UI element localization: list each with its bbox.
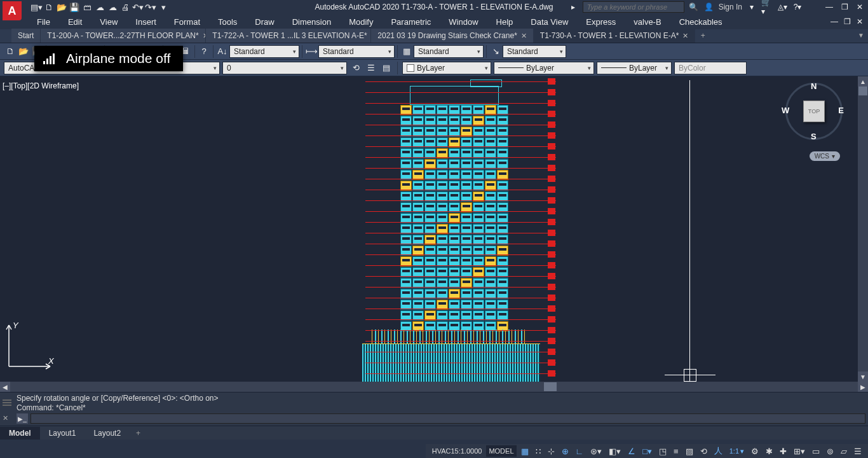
text-style-icon[interactable]: A↓ (216, 45, 229, 58)
doc-restore-icon[interactable]: ❐ (841, 16, 853, 27)
open-icon[interactable]: 📂 (17, 45, 30, 58)
scroll-up-icon[interactable]: ▲ (858, 76, 868, 87)
tab-new-icon[interactable]: + (695, 29, 710, 43)
ucs-icon[interactable]: Y X (3, 316, 60, 373)
tab-close-icon[interactable]: ✕ (521, 32, 527, 40)
dim-style-combo[interactable]: Standard (318, 45, 395, 58)
status-coords[interactable]: HVAC15:1.0000 (430, 445, 485, 457)
table-style-icon[interactable]: ▦ (400, 45, 413, 58)
dim-style-icon[interactable]: ⟼ (305, 45, 318, 58)
tab-doc3[interactable]: 2021 03 19 Drawing Stairs Check Crane*✕ (371, 29, 533, 43)
hw-accel-icon[interactable]: ⊚ (824, 445, 836, 457)
redo-icon[interactable]: ↷▾ (145, 1, 156, 13)
maximize-icon[interactable]: ❐ (839, 1, 850, 13)
viewcube-s[interactable]: S (811, 132, 817, 141)
scroll-thumb[interactable] (858, 87, 867, 95)
snap-icon[interactable]: ∷ (533, 445, 543, 457)
menu-window[interactable]: Window (440, 15, 487, 29)
saveas-icon[interactable]: 🗃 (81, 1, 93, 13)
osnap-icon[interactable]: ∠ (625, 445, 638, 457)
layout-tab-model[interactable]: Model (0, 427, 40, 440)
command-input[interactable] (31, 413, 865, 424)
ortho-icon[interactable]: ∟ (573, 445, 587, 457)
menu-format[interactable]: Format (165, 15, 209, 29)
layer-prev-icon[interactable]: ⟲ (349, 62, 362, 74)
table-style-combo[interactable]: Standard (414, 45, 484, 58)
horizontal-scrollbar[interactable]: ◀ ▶ (0, 382, 868, 392)
a360-icon[interactable]: ◬▾ (776, 1, 788, 13)
mleader-style-combo[interactable]: Standard (503, 45, 566, 58)
search-icon[interactable]: 🔍 (688, 1, 700, 13)
wcs-badge[interactable]: WCS▾ (810, 151, 840, 161)
web-save-icon[interactable]: ☁ (107, 1, 118, 13)
vertical-scrollbar[interactable]: ▲ ▼ (858, 76, 868, 382)
lineweight-combo[interactable]: ByLayer (597, 62, 672, 74)
otrack-icon[interactable]: □▾ (640, 445, 654, 457)
menu-view[interactable]: View (91, 15, 126, 29)
web-open-icon[interactable]: ☁ (94, 1, 105, 13)
doc-close-icon[interactable]: ✕ (854, 16, 865, 27)
ws-switch-icon[interactable]: ⊞▾ (791, 445, 808, 457)
annoadd-icon[interactable]: ✚ (777, 445, 789, 457)
tab-close-icon[interactable]: ✕ (682, 32, 688, 40)
new-icon[interactable]: 🗋 (43, 1, 55, 13)
scroll-left-icon[interactable]: ◀ (0, 382, 10, 392)
close-cmdline-icon[interactable]: ✕ (3, 413, 8, 423)
tab-start[interactable]: Start (11, 29, 41, 43)
scroll-thumb[interactable] (544, 382, 557, 391)
mleader-style-icon[interactable]: ↘ (489, 45, 502, 58)
clean-screen-icon[interactable]: ▱ (838, 445, 850, 457)
layout-tab-1[interactable]: Layout1 (40, 427, 85, 440)
viewcube-face[interactable]: TOP (803, 101, 825, 122)
menu-tools[interactable]: Tools (209, 15, 246, 29)
menu-insert[interactable]: Insert (126, 15, 165, 29)
qat-dropdown-icon[interactable]: ▾ (158, 1, 169, 13)
open-icon[interactable]: 📂 (56, 1, 67, 13)
menu-draw[interactable]: Draw (246, 15, 283, 29)
plotstyle-combo[interactable]: ByColor (674, 62, 747, 74)
layer-props-icon[interactable]: ▤ (380, 62, 393, 74)
menu-file[interactable]: File (28, 15, 59, 29)
qat-menu-icon[interactable]: ▤▾ (31, 1, 42, 13)
viewcube-n[interactable]: N (811, 81, 817, 91)
layout-tab-2[interactable]: Layout2 (85, 427, 130, 440)
signin-dropdown-icon[interactable]: ▾ (746, 1, 757, 13)
cycle-icon[interactable]: ⟲ (698, 445, 710, 457)
polar-icon[interactable]: ⊛▾ (588, 445, 604, 457)
dyninput-icon[interactable]: ⊕ (559, 445, 571, 457)
os-notification[interactable]: Airplane mode off (34, 46, 183, 71)
scroll-right-icon[interactable]: ▶ (858, 382, 868, 392)
drawing-canvas[interactable]: [–][Top][2D Wireframe] Y X TOP N S E W W… (0, 76, 868, 392)
signin-label[interactable]: Sign In (719, 3, 742, 11)
annovis-icon[interactable]: ✱ (763, 445, 775, 457)
menu-parametric[interactable]: Parametric (382, 15, 440, 29)
viewcube-e[interactable]: E (838, 106, 844, 115)
viewport-label[interactable]: [–][Top][2D Wireframe] (3, 81, 79, 90)
menu-valveb[interactable]: valve-B (625, 15, 670, 29)
grip-icon[interactable] (1, 394, 13, 412)
view-cube[interactable]: TOP N S E W (785, 83, 843, 140)
new-icon[interactable]: 🗋 (4, 45, 17, 58)
layer-combo[interactable]: 0 (222, 62, 347, 74)
help-icon[interactable]: ?▾ (792, 1, 803, 13)
layer-state-icon[interactable]: ☰ (365, 62, 377, 74)
color-combo[interactable]: ByLayer (402, 62, 491, 74)
menu-help[interactable]: Help (487, 15, 522, 29)
gear-icon[interactable]: ⚙ (749, 445, 761, 457)
menu-modify[interactable]: Modify (340, 15, 382, 29)
menu-dataview[interactable]: Data View (522, 15, 577, 29)
status-space[interactable]: MODEL (486, 445, 516, 457)
menu-express[interactable]: Express (577, 15, 625, 29)
command-history[interactable]: ✕ Specify rotation angle or [Copy/Refere… (0, 392, 868, 413)
iso-icon[interactable]: ◧▾ (606, 445, 623, 457)
cmd-prompt-icon[interactable]: ▶_ (17, 413, 28, 424)
layout-tab-new-icon[interactable]: + (130, 427, 147, 440)
lwt-icon[interactable]: ≡ (671, 445, 681, 457)
grid-icon[interactable]: ▦ (519, 445, 531, 457)
annoscale-icon[interactable]: 人 (712, 445, 725, 457)
text-style-combo[interactable]: Standard (229, 45, 299, 58)
tab-doc4[interactable]: T1-730-A - TOWER 1 - ELEVATION E-A*✕ (534, 29, 696, 43)
minimize-icon[interactable]: — (824, 1, 835, 13)
monitor-icon[interactable]: ▭ (810, 445, 822, 457)
plot-icon[interactable]: 🖨 (119, 1, 131, 13)
